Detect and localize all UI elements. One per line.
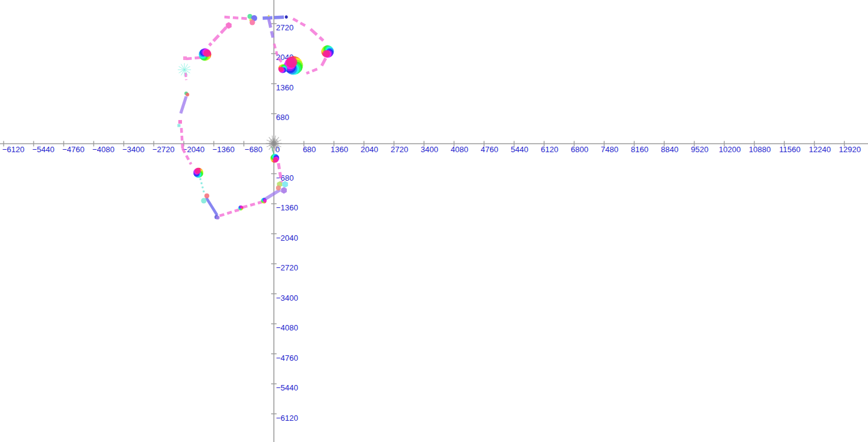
y-tick-label: −680 [276, 173, 294, 182]
marker-dot [201, 198, 206, 203]
x-tick-label: 9520 [691, 145, 708, 154]
trajectory-segment [321, 58, 326, 67]
x-tick-label: −4760 [62, 145, 85, 154]
pose-cluster [238, 206, 243, 210]
x-tick-label: 10200 [719, 145, 741, 154]
pose-cluster [261, 198, 266, 203]
x-tick-label: 2720 [391, 145, 408, 154]
x-tick-label: −3400 [123, 145, 145, 154]
x-tick-label: 7480 [601, 145, 619, 154]
trajectory-segment [224, 17, 249, 19]
x-tick-label: 8840 [661, 145, 679, 154]
marker-dot [285, 15, 288, 18]
trajectory-segment [181, 96, 186, 113]
x-tick-label: −4080 [92, 145, 115, 154]
trajectory-segment [311, 29, 323, 41]
x-tick-label: 10880 [749, 145, 770, 154]
pose-cluster [199, 49, 212, 61]
trajectory-segment [209, 27, 226, 45]
y-tick-label: −1360 [276, 203, 298, 212]
trajectory-segment [263, 17, 287, 18]
x-tick-label: 1360 [331, 145, 348, 154]
pose-cluster [271, 154, 279, 162]
marker-hexagon [281, 187, 287, 194]
x-tick-label: 6800 [571, 145, 588, 154]
x-tick-label: 11560 [779, 145, 800, 154]
marker-dot [204, 193, 209, 198]
trajectory-segment [220, 210, 239, 216]
marker-square [177, 124, 180, 127]
x-tick-label: −5440 [32, 145, 55, 154]
trajectory-plot: −6120−5440−4760−4080−3400−2720−2040−1360… [0, 0, 868, 442]
y-tick-label: −5440 [276, 383, 298, 392]
y-tick-label: −2040 [276, 233, 298, 243]
plot-canvas[interactable]: −6120−5440−4760−4080−3400−2720−2040−1360… [0, 0, 868, 442]
x-tick-label: 2040 [361, 145, 378, 154]
x-tick-label: 3400 [421, 145, 439, 154]
marker-dot [267, 15, 269, 17]
trajectory-segment [200, 178, 204, 194]
x-tick-label: 4760 [481, 145, 499, 154]
x-tick-label: −2720 [152, 145, 175, 154]
x-tick-label: 4080 [451, 145, 468, 154]
marker-square [178, 120, 182, 124]
y-tick-label: −2720 [276, 263, 298, 272]
pose-cluster [278, 64, 287, 73]
marker-dot [249, 20, 255, 25]
y-tick-label: 680 [276, 113, 289, 122]
marker-dot [216, 216, 220, 219]
y-tick-label: −4080 [276, 323, 298, 332]
y-tick-label: −6120 [276, 414, 298, 423]
trajectory-segment [181, 128, 183, 149]
trajectory-segment [186, 58, 200, 59]
marker-square [183, 56, 187, 60]
trajectory-segment [186, 73, 186, 80]
x-tick-label: 680 [303, 145, 316, 154]
trajectory-segment [269, 19, 273, 38]
pose-cluster [193, 168, 203, 178]
trajectory-segment [243, 202, 262, 207]
y-tick-label: 2720 [276, 23, 294, 32]
x-tick-label: 8160 [631, 145, 648, 154]
trajectory-segment [293, 19, 307, 27]
y-tick-label: −3400 [276, 293, 298, 303]
x-tick-label: 6120 [541, 145, 559, 154]
trajectory-segment [306, 69, 317, 73]
trajectory-segment [206, 198, 217, 215]
x-tick-label: 5440 [511, 145, 528, 154]
starburst-icon [178, 63, 191, 76]
x-tick-label: −6120 [2, 145, 25, 154]
x-tick-label: 12240 [809, 145, 830, 154]
y-tick-label: 1360 [276, 83, 294, 92]
x-tick-label: 12920 [839, 145, 861, 154]
y-tick-label: −4760 [276, 353, 298, 363]
pose-cluster [321, 45, 334, 58]
x-tick-label: −680 [244, 145, 262, 154]
marker-dot [186, 93, 189, 96]
x-tick-label: −1360 [212, 145, 235, 154]
